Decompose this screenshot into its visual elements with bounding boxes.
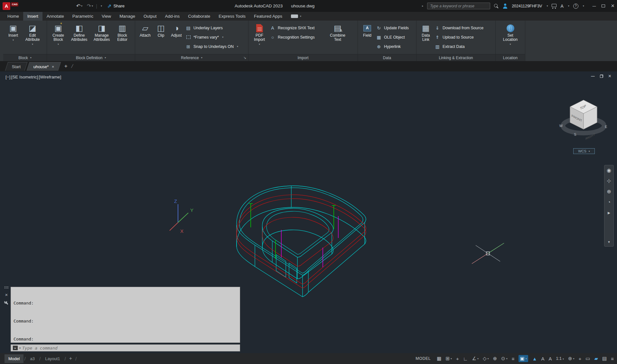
recognize-shx-text-button[interactable]: A Recognize SHX Text <box>270 25 326 31</box>
panel-label-location[interactable]: Location <box>496 54 525 61</box>
open-file-button[interactable] <box>33 3 40 9</box>
command-window-wrench-icon[interactable] <box>4 301 9 305</box>
tab-manage[interactable]: Manage <box>115 12 139 21</box>
new-layout-button[interactable]: + <box>67 356 75 361</box>
doc-restore-button[interactable] <box>600 75 603 78</box>
drawing-area[interactable]: [−] [SE Isometric] [Wireframe] ─ × <box>0 71 617 353</box>
snap-mode-toggle[interactable]: ⊞ <box>445 356 452 361</box>
grid-display-toggle[interactable]: ▦ <box>437 356 441 361</box>
set-location-button[interactable]: Set Location <box>500 22 520 54</box>
layout-tab-layout1[interactable]: Layout1 <box>41 354 64 363</box>
pdf-import-button[interactable]: PDF Import <box>251 22 268 54</box>
clean-screen-button[interactable]: ▤ <box>602 356 607 361</box>
tab-parametric[interactable]: Parametric <box>68 12 98 21</box>
search-input[interactable] <box>427 3 490 9</box>
search-icon[interactable] <box>494 4 499 8</box>
help-icon[interactable]: ? <box>573 4 578 9</box>
tab-view[interactable]: View <box>98 12 115 21</box>
command-input-bar[interactable]: ▸ ▾ <box>11 344 240 351</box>
object-snap-toggle[interactable]: ⊙ <box>501 356 508 361</box>
undo-caret-icon[interactable]: ▾ <box>81 5 82 7</box>
help-menu-caret-icon[interactable]: ▾ <box>583 5 584 7</box>
pan-icon[interactable]: ⊹ <box>607 178 611 184</box>
file-tab-close-icon[interactable]: × <box>52 64 54 69</box>
reference-dialog-launcher-icon[interactable]: ↘ <box>243 56 246 60</box>
command-window-grip-icon[interactable] <box>4 286 9 289</box>
command-window-close-icon[interactable]: × <box>5 293 8 297</box>
customization-button[interactable]: ≡ <box>611 356 614 361</box>
compass-south-label[interactable]: S <box>574 132 576 136</box>
selection-cycling-toggle[interactable]: ▣ <box>519 355 528 362</box>
navigation-wheel-icon[interactable]: ◉ <box>607 168 611 173</box>
ucs-icon[interactable]: Z Y X <box>170 198 193 234</box>
viewport-visual-style-control[interactable]: [Wireframe] <box>39 75 61 79</box>
lineweight-toggle[interactable]: ≡ <box>512 356 515 361</box>
tab-annotate[interactable]: Annotate <box>42 12 68 21</box>
qat-customize-caret-icon[interactable]: ▾ <box>101 5 102 7</box>
panel-label-import[interactable]: Import <box>248 54 358 61</box>
frames-vary-button[interactable]: *Frames vary* <box>185 34 238 40</box>
autodesk-app-icon[interactable]: A <box>560 4 563 9</box>
doc-minimize-button[interactable]: ─ <box>591 73 594 79</box>
close-button[interactable]: × <box>611 3 614 9</box>
zoom-icon[interactable]: ⊕ <box>607 189 611 194</box>
annotation-monitor-toggle[interactable]: + <box>579 356 582 361</box>
autocad-logo-icon[interactable]: A <box>3 2 10 10</box>
compass-west-label[interactable]: W <box>559 124 563 128</box>
graphics-performance-toggle[interactable]: ▰ <box>594 356 598 361</box>
new-drawing-tab-button[interactable]: + <box>64 63 68 69</box>
layout-tab-model[interactable]: Model <box>5 354 23 363</box>
redo-button[interactable]: ↷▾ <box>87 3 93 9</box>
annotation-scale-value[interactable]: 1:1 <box>556 356 564 361</box>
model-space-label[interactable]: MODEL <box>416 356 431 361</box>
polar-tracking-toggle[interactable]: ∠ <box>472 356 478 361</box>
clip-button[interactable]: ◫ Clip <box>154 22 167 54</box>
viewport-view-control[interactable]: [SE Isometric] <box>11 75 38 79</box>
panel-label-block-definition[interactable]: Block Definition <box>47 54 135 61</box>
undo-button[interactable]: ↶▾ <box>76 3 82 9</box>
cart-icon[interactable] <box>552 4 556 7</box>
new-file-button[interactable] <box>23 3 29 9</box>
panel-label-linking-extraction[interactable]: Linking & Extraction <box>416 54 495 61</box>
combine-text-button[interactable]: ▤ Combine Text <box>328 22 347 54</box>
file-tab-uhouse[interactable]: uhouse* × <box>27 62 61 71</box>
search-expand-chevron-icon[interactable]: ▸ <box>422 5 423 7</box>
wcs-selector[interactable]: WCS ▾ <box>573 148 595 154</box>
share-button[interactable]: ⇗ Share <box>107 3 125 9</box>
dynamic-input-toggle[interactable]: + <box>456 356 459 361</box>
layout-tab-a3[interactable]: a3 <box>26 354 39 363</box>
underlay-layers-button[interactable]: ▤ Underlay Layers <box>185 25 238 31</box>
compass-east-label[interactable]: E <box>605 125 607 129</box>
tab-collaborate[interactable]: Collaborate <box>184 12 214 21</box>
autoscale-toggle[interactable]: A <box>541 356 545 361</box>
panel-label-reference[interactable]: Reference↘ <box>135 54 248 61</box>
user-menu-caret-icon[interactable]: ▾ <box>547 5 548 7</box>
redo-caret-icon[interactable]: ▾ <box>92 5 93 7</box>
tab-featured-apps[interactable]: Featured Apps <box>250 12 286 21</box>
navbar-collapse-icon[interactable]: ▾ <box>608 239 610 244</box>
ortho-mode-toggle[interactable]: ∟ <box>463 356 468 361</box>
object-snap-tracking-toggle[interactable]: ⊕ <box>493 356 497 361</box>
tab-insert[interactable]: Insert <box>23 12 42 21</box>
extract-data-button[interactable]: ▥ Extract Data <box>435 43 483 50</box>
ribbon-display-toggle[interactable]: ▾ <box>291 12 301 21</box>
panel-label-data[interactable]: Data <box>358 54 416 61</box>
hyperlink-button[interactable]: ⊕ Hyperlink <box>376 43 409 50</box>
tab-add-ins[interactable]: Add-ins <box>161 12 184 21</box>
data-link-button[interactable]: ▦ Data Link <box>419 22 433 54</box>
manage-attributes-button[interactable]: ◨ Manage Attributes <box>91 22 112 54</box>
command-input[interactable] <box>22 346 238 350</box>
view-cube[interactable]: W S E TOP FRONT RIGHT <box>555 95 613 143</box>
doc-close-button[interactable]: × <box>608 73 611 79</box>
file-tab-start[interactable]: Start <box>5 62 28 71</box>
house-wireframe[interactable] <box>237 186 366 297</box>
annotation-visibility-toggle[interactable]: ▲ <box>532 356 537 361</box>
viewport-minimize-control[interactable]: [−] <box>5 75 10 79</box>
orbit-icon[interactable]: ◔ <box>607 200 611 205</box>
username-label[interactable]: 20241129FHF3V <box>512 4 542 8</box>
tab-home[interactable]: Home <box>3 12 23 21</box>
app-menu-caret-icon[interactable]: ▾ <box>568 5 569 7</box>
recognition-settings-button[interactable]: ○ Recognition Settings <box>270 34 326 40</box>
adjust-button[interactable]: ◑ Adjust <box>169 22 184 54</box>
upload-to-source-button[interactable]: ⇑ Upload to Source <box>435 34 483 40</box>
